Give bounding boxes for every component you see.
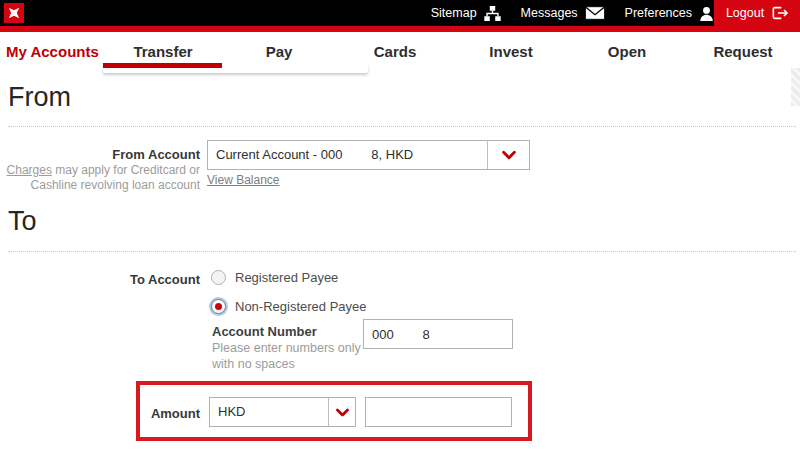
account-number-help-line2: with no spaces (212, 357, 295, 371)
logout-label: Logout (726, 6, 764, 20)
non-registered-payee-radio[interactable]: Non-Registered Payee (211, 299, 367, 314)
preferences-label: Preferences (625, 6, 692, 20)
view-balance-link[interactable]: View Balance (207, 173, 280, 187)
currency-select[interactable]: HKD (209, 397, 356, 427)
non-registered-payee-label: Non-Registered Payee (235, 299, 367, 314)
amount-label: Amount (0, 406, 200, 421)
tab-request[interactable]: Request (685, 32, 800, 77)
radio-unselected-icon[interactable] (211, 270, 226, 285)
messages-label: Messages (521, 6, 578, 20)
to-heading: To (8, 206, 37, 237)
bank-logo[interactable] (4, 3, 24, 23)
active-tab-underline (103, 63, 222, 68)
account-number-label: Account Number (212, 324, 317, 339)
charges-note: Charges may apply for Creditcard or Cash… (0, 163, 200, 193)
amount-input[interactable] (365, 397, 512, 427)
radio-selected-icon[interactable] (211, 299, 226, 314)
account-number-input[interactable] (363, 319, 513, 349)
registered-payee-radio[interactable]: Registered Payee (211, 270, 338, 285)
from-separator (8, 126, 796, 127)
messages-button[interactable]: Messages (521, 6, 605, 20)
logout-button[interactable]: Logout (714, 0, 800, 26)
account-number-help: Please enter numbers only with no spaces (212, 340, 361, 372)
charges-note-line1: may apply for Creditcard or (52, 163, 200, 177)
to-account-label: To Account (0, 272, 200, 287)
from-account-value: Current Account - 000 8, HKD (208, 141, 487, 169)
chevron-down-icon (500, 146, 518, 164)
sitemap-label: Sitemap (431, 6, 477, 20)
to-separator (8, 251, 796, 252)
transfer-page: Sitemap Messages Preferences (0, 0, 800, 449)
edge-artifact (791, 68, 800, 106)
nav-item-my-accounts[interactable]: My Accounts (6, 43, 99, 60)
logout-icon (772, 6, 788, 20)
preferences-button[interactable]: Preferences (625, 6, 714, 21)
account-number-help-line1: Please enter numbers only (212, 341, 361, 355)
currency-value: HKD (210, 398, 328, 426)
person-icon (699, 6, 714, 21)
from-heading: From (8, 82, 71, 113)
charges-note-line2: Cashline revolving loan account (31, 178, 200, 192)
registered-payee-label: Registered Payee (235, 270, 338, 285)
currency-chevron (328, 398, 355, 426)
charges-link[interactable]: Charges (7, 163, 52, 177)
bank-logo-star-icon (6, 5, 22, 21)
top-bar: Sitemap Messages Preferences (0, 0, 800, 26)
from-account-label: From Account (0, 147, 200, 162)
top-bar-menu: Sitemap Messages Preferences (431, 0, 714, 26)
main-nav: My Accounts Transfer Pay Cards Invest Op… (0, 32, 800, 77)
from-account-select[interactable]: Current Account - 000 8, HKD (207, 140, 530, 170)
sitemap-icon (484, 6, 501, 21)
from-account-chevron (487, 141, 529, 169)
envelope-icon (585, 6, 605, 20)
tab-open[interactable]: Open (569, 32, 685, 77)
tab-invest[interactable]: Invest (453, 32, 569, 77)
sitemap-button[interactable]: Sitemap (431, 6, 501, 21)
chevron-down-icon (334, 404, 351, 421)
